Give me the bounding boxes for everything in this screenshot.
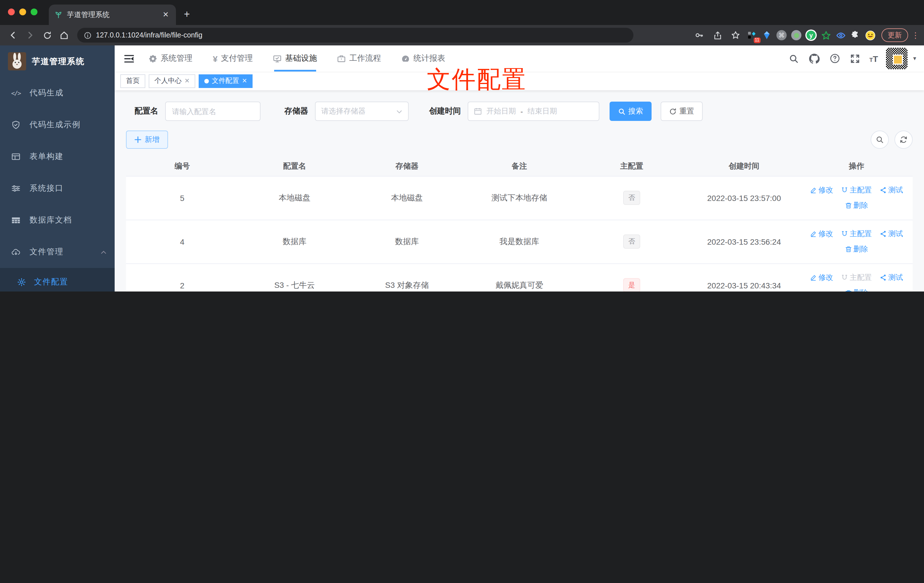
delete-link[interactable]: 删除 [845,241,868,256]
sidebar-item-code-generation[interactable]: </> 代码生成 [0,77,115,109]
chevron-down-icon [396,108,403,114]
file-config-table: 编号 配置名 存储器 备注 主配置 创建时间 操作 5 本地磁盘 [126,157,912,292]
nav-system-management[interactable]: 系统管理 [149,45,192,71]
col-name: 配置名 [238,157,351,176]
add-button[interactable]: 新增 [126,130,168,149]
reload-icon[interactable] [40,28,54,43]
extension-gem-icon[interactable] [761,30,772,41]
config-name-input[interactable] [165,102,261,121]
gear-icon [149,54,157,63]
window-controls[interactable] [8,8,38,15]
start-date-placeholder: 开始日期 [487,106,516,116]
storage-select[interactable]: 请选择存储器 [315,102,409,121]
col-remark: 备注 [463,157,576,176]
close-icon[interactable]: ✕ [242,77,247,84]
delete-link[interactable]: 删除 [845,285,868,292]
github-icon[interactable] [808,52,821,65]
screen: 芋道管理系统 ✕ + 127.0.0.1:1024/infra/file/fil… [0,0,924,292]
favicon-plant-icon [54,11,63,19]
form-icon [12,152,20,161]
extension-badge: 11 [754,38,761,43]
test-link[interactable]: 测试 [880,183,903,197]
nav-infrastructure[interactable]: 基础设施 [273,45,317,71]
fullscreen-icon[interactable] [849,52,861,65]
extension-star-icon[interactable] [820,30,832,41]
extension-emoji-icon[interactable] [865,30,876,41]
site-info-icon[interactable] [84,31,91,39]
maximize-window-button[interactable] [31,8,38,15]
nav-workflow[interactable]: 工作流程 [337,45,381,71]
table-row: 4 数据库 数据库 我是数据库 否 2022-03-15 23:56:24 修改… [126,220,912,263]
help-icon[interactable] [829,52,841,65]
date-range-picker[interactable]: 开始日期 - 结束日期 [468,102,599,121]
tag-profile[interactable]: 个人中心✕ [149,74,195,88]
master-config-link[interactable]: 主配置 [841,270,872,285]
tag-home[interactable]: 首页 [120,74,145,88]
minimize-window-button[interactable] [19,8,26,15]
browser-menu-icon[interactable]: ⋮ [911,31,918,40]
reset-button[interactable]: 重置 [661,102,703,121]
calendar-icon [474,107,482,115]
extensions-puzzle-icon[interactable] [850,30,861,41]
table-row: 5 本地磁盘 本地磁盘 测试下本地存储 否 2022-03-15 23:57:0… [126,176,912,220]
sidebar-item-file-config[interactable]: 文件配置 [0,268,115,292]
extension-green-dot-icon[interactable] [790,30,802,41]
font-size-icon[interactable]: TT [870,54,878,63]
browser-tab[interactable]: 芋道管理系统 ✕ [49,5,176,25]
test-link[interactable]: 测试 [880,270,903,285]
chevron-up-icon [101,249,107,255]
avatar[interactable] [886,48,908,69]
forward-icon[interactable] [23,28,38,43]
filter-name-label: 配置名 [135,106,158,116]
sidebar-item-file-management[interactable]: 文件管理 [0,236,115,268]
edit-link[interactable]: 修改 [810,226,833,241]
extension-command-icon[interactable]: ⌘ [776,30,787,41]
close-window-button[interactable] [8,8,15,15]
edit-link[interactable]: 修改 [810,270,833,285]
col-actions: 操作 [800,157,912,176]
tag-file-config[interactable]: 文件配置✕ [199,74,252,88]
filter-date-label: 创建时间 [429,106,461,116]
search-icon[interactable] [788,52,800,65]
gear-icon [17,277,26,287]
sidebar-item-code-example[interactable]: 代码生成示例 [0,109,115,141]
briefcase-icon [337,54,346,63]
yen-icon: ¥ [213,54,218,63]
password-key-icon[interactable] [692,28,706,43]
browser-toolbar: 127.0.0.1:1024/infra/file/file-config 11… [0,25,924,45]
delete-link[interactable]: 删除 [845,198,868,213]
avatar-dropdown-icon[interactable]: ▼ [912,56,917,61]
sidebar-item-system-api[interactable]: 系统接口 [0,173,115,204]
back-icon[interactable] [6,28,20,43]
share-icon[interactable] [710,28,725,43]
show-search-button[interactable] [871,130,889,149]
app-logo[interactable]: 芋道管理系统 [0,45,115,77]
home-icon[interactable] [57,28,71,43]
sliders-icon [12,184,20,193]
edit-link[interactable]: 修改 [810,183,833,197]
col-master: 主配置 [576,157,688,176]
test-link[interactable]: 测试 [880,226,903,241]
sidebar-item-form-builder[interactable]: 表单构建 [0,141,115,173]
close-icon[interactable]: ✕ [185,77,190,84]
new-tab-button[interactable]: + [184,8,190,25]
search-button[interactable]: 搜索 [610,102,652,121]
table-row: 2 S3 - 七牛云 S3 对象存储 戴佩妮真可爱 是 2022-03-15 2… [126,263,912,292]
collapse-menu-icon[interactable] [119,49,139,68]
refresh-button[interactable] [894,130,912,149]
address-bar[interactable]: 127.0.0.1:1024/infra/file/file-config [77,28,634,43]
tab-close-icon[interactable]: ✕ [161,10,170,19]
browser-update-button[interactable]: 更新 [881,28,908,42]
nav-payment-management[interactable]: ¥ 支付管理 [213,45,253,71]
master-config-link[interactable]: 主配置 [841,226,872,241]
monitor-check-icon [273,54,282,63]
bookmark-star-icon[interactable] [728,28,743,43]
extension-tabs-icon[interactable]: 11 [746,30,758,41]
url-text: 127.0.0.1:1024/infra/file/file-config [96,31,202,39]
table-toolbar: 新增 [126,130,912,149]
extension-eye-icon[interactable] [835,30,846,41]
table-header-row: 编号 配置名 存储器 备注 主配置 创建时间 操作 [126,157,912,176]
sidebar-item-db-doc[interactable]: 数据库文档 [0,204,115,236]
extension-y-icon[interactable]: y [805,30,817,41]
master-config-link[interactable]: 主配置 [841,183,872,197]
